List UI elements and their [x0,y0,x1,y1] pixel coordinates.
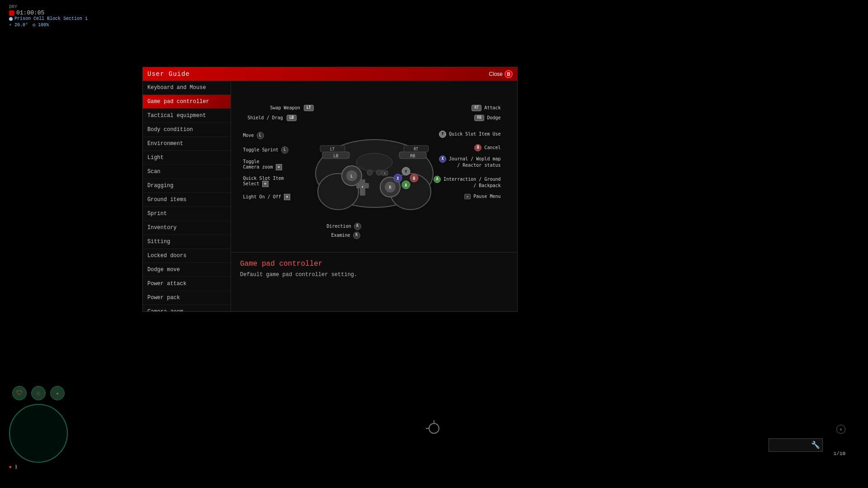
label-dodge: RB Dodge [474,115,500,121]
sidebar-item-light[interactable]: Light [143,151,231,165]
label-swap-weapon: Swap Weapon LT [270,105,315,111]
sidebar-item-inventory[interactable]: Inventory [143,221,231,235]
label-toggle-camera: ToggleCamera zoom ⊕ [243,159,282,170]
svg-text:LT: LT [330,147,335,151]
hud-health: ♥ 🚶 [9,465,68,470]
hud-percent: ◎ 100% [33,22,49,28]
sidebar-item-scan[interactable]: Scan [143,165,231,179]
sidebar: Keyboard and Mouse Game pad controller T… [143,81,231,311]
label-pause-menu: ≡ Pause Menu [464,194,500,200]
label-toggle-sprint: Toggle Sprint L [243,146,288,154]
hud-crosshair [429,423,439,434]
sidebar-item-dragging[interactable]: Dragging [143,179,231,193]
sidebar-item-power-pack[interactable]: Power pack [143,291,231,305]
label-interaction: A Interraction / Ground / Backpack [434,176,500,188]
close-label: Close [489,71,503,77]
sidebar-item-sprint[interactable]: Sprint [143,207,231,221]
dialog-title: User Guide [147,70,190,78]
sidebar-item-gamepad[interactable]: Game pad controller [143,95,231,109]
svg-text:A: A [405,183,407,188]
description-area: Game pad controller Default game pad con… [231,253,517,311]
sidebar-item-sitting[interactable]: Sitting [143,235,231,249]
description-title: Game pad controller [240,260,508,268]
sidebar-item-body-condition[interactable]: Body condition [143,123,231,137]
controller-svg: L R + Y B [311,124,438,214]
sidebar-item-environment[interactable]: Environment [143,137,231,151]
hud-icon-person: ☉ [31,386,46,400]
label-attack: RT Attack [472,105,500,111]
svg-point-29 [367,170,373,175]
close-b-icon: B [505,70,513,78]
hud-temp: ⚡ 20.0° [9,22,28,28]
sidebar-item-ground-items[interactable]: Ground items [143,193,231,207]
svg-text:B: B [413,177,415,181]
svg-point-30 [376,170,382,175]
weapon-slot: 🔧 [769,438,823,452]
main-content: L R + Y B [231,81,517,311]
hud-timer-value: 01:00:05 [16,9,44,16]
svg-text:Y: Y [405,170,407,174]
description-text: Default game pad controller setting. [240,272,508,278]
dialog-title-bar: User Guide Close B [143,67,517,81]
svg-text:X: X [396,177,399,181]
sidebar-item-tactical[interactable]: Tactical equipment [143,109,231,123]
label-examine: Examine R [331,232,360,239]
svg-text:RT: RT [414,147,418,151]
label-direction: Direction R [327,223,361,230]
svg-text:L: L [350,174,353,178]
controller-diagram: L R + Y B [243,101,505,232]
hud-minimap-circle [9,404,68,463]
svg-text:RB: RB [410,154,415,158]
close-button[interactable]: Close B [489,70,513,78]
svg-text:LB: LB [333,154,338,158]
hud-health-icon: ♥ [9,465,12,470]
label-shield-drag: Shield / Drag LB [248,115,297,121]
hud-timer-icon [9,10,14,16]
hud-icon-food: ✦ [50,386,65,400]
hud-location-text: Prison Cell Block Section 1 [14,16,88,21]
label-journal: X Journal / Wopld map / Reactor status [439,155,500,168]
label-quick-slot-use: Y Quick Slot Item Use [439,131,500,138]
hud-location-pin-icon [9,17,13,21]
label-light-onoff: Light On / Off ⊕ [243,194,290,200]
sidebar-item-power-attack[interactable]: Power attack [143,277,231,291]
hud-health-person-icon: 🚶 [14,465,19,470]
sidebar-item-keyboard-mouse[interactable]: Keyboard and Mouse [143,81,231,95]
sidebar-item-locked-doors[interactable]: Locked doors [143,249,231,263]
ammo-count: 1/10 [834,451,845,456]
label-cancel: B Cancel [474,144,500,151]
svg-text:≡: ≡ [383,172,385,175]
hud-top-left: DRY 01:00:05 Prison Cell Block Section 1… [9,5,88,28]
hud-bottom-left: 🛡 ☉ ✦ ♥ 🚶 [9,386,68,470]
hud-stats: ⚡ 20.0° ◎ 100% [9,22,88,28]
label-move: Move L [243,132,264,139]
hud-quick-icons: 🛡 ☉ ✦ [9,386,68,400]
hud-dry-label: DRY [9,5,88,9]
user-guide-dialog: User Guide Close B Keyboard and Mouse Ga… [142,67,518,312]
svg-point-3 [356,153,392,171]
hud-location: Prison Cell Block Section 1 [9,16,88,21]
controller-diagram-area: L R + Y B [231,81,517,253]
svg-text:+: + [361,185,363,189]
dialog-body: Keyboard and Mouse Game pad controller T… [143,81,517,311]
hud-timer: 01:00:05 [9,9,88,16]
sidebar-item-dodge-move[interactable]: Dodge move [143,263,231,277]
label-quick-slot-select: Quick Slot ItemSelect ⊕ [243,176,284,187]
weapon-icon: 🔧 [811,441,820,450]
svg-text:R: R [389,185,392,190]
hud-icon-shield: 🛡 [12,386,27,400]
sidebar-item-camera-zoom[interactable]: Camera zoom [143,305,231,311]
compass-icon: ⊕ [836,425,845,434]
